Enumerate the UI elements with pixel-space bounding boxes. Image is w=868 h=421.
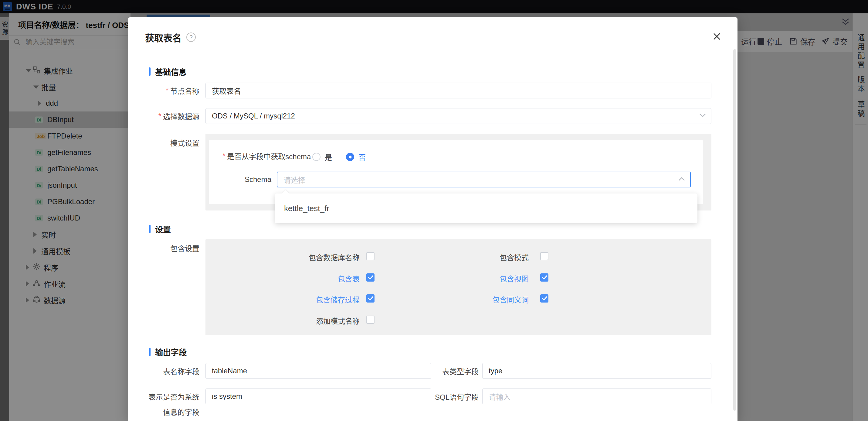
schema-dropdown: kettle_test_fr — [275, 194, 698, 223]
checkbox-label-添加模式名称: 添加模式名称 — [249, 315, 360, 326]
table-type-field-label: 表类型字段 — [407, 363, 478, 379]
table-name-field-label: 表名称字段 — [128, 363, 199, 379]
section-bar — [149, 67, 151, 76]
node-name-input[interactable]: 获取表名 — [206, 83, 711, 99]
checkbox-label-包含表: 包含表 — [249, 273, 360, 284]
dropdown-option-label: kettle_test_fr — [284, 204, 329, 213]
mode-settings-label: 模式设置 — [128, 138, 199, 147]
is-system-field-label-line1: 表示是否为系统 — [128, 389, 199, 404]
help-icon[interactable]: ? — [186, 32, 196, 42]
sql-field-label: SQL语句字段 — [407, 389, 478, 404]
schema-select[interactable]: 请选择 — [277, 172, 691, 188]
checkbox-label-包含数据库名称: 包含数据库名称 — [249, 252, 360, 262]
radio-yes-option[interactable]: 是 — [312, 151, 332, 162]
radio-no[interactable] — [346, 153, 354, 161]
node-name-label: *节点名称 — [128, 83, 199, 99]
include-settings-label: 包含设置 — [128, 243, 199, 252]
table-name-field-input[interactable]: tableName — [206, 363, 431, 379]
datasource-select[interactable]: ODS / MySQL / mysql212 — [206, 108, 711, 124]
checkbox-添加模式名称[interactable] — [366, 316, 374, 324]
datasource-value: ODS / MySQL / mysql212 — [212, 112, 295, 120]
section-settings: 设置 — [149, 223, 171, 234]
checkbox-包含数据库名称[interactable] — [366, 252, 374, 260]
schema-label: Schema — [209, 172, 271, 188]
chevron-down-icon — [699, 113, 706, 119]
section-basic-info: 基础信息 — [149, 66, 187, 77]
close-icon[interactable] — [712, 32, 721, 41]
checkbox-label-包含模式: 包含模式 — [432, 252, 529, 262]
dialog-title: 获取表名 — [145, 31, 182, 44]
checkbox-label-包含储存过程: 包含储存过程 — [249, 294, 360, 305]
checkbox-包含同义词[interactable] — [540, 294, 549, 303]
sql-field-input[interactable]: 请输入 — [482, 389, 711, 404]
radio-no-option[interactable]: 否 — [346, 151, 366, 162]
sql-field-placeholder: 请输入 — [489, 391, 510, 402]
node-name-value: 获取表名 — [212, 85, 241, 96]
datasource-label: *选择数据源 — [128, 108, 199, 124]
dropdown-option-kettle_test_fr[interactable]: kettle_test_fr — [275, 199, 698, 218]
section-title: 基础信息 — [155, 66, 187, 77]
is-system-field-label-line2: 信息的字段 — [128, 407, 199, 416]
radio-no-label: 否 — [359, 151, 366, 162]
modal-scrollbar[interactable] — [733, 49, 736, 411]
checkbox-label-包含视图: 包含视图 — [432, 273, 529, 284]
radio-yes[interactable] — [312, 153, 320, 161]
schema-placeholder: 请选择 — [283, 174, 305, 185]
checkbox-包含模式[interactable] — [540, 252, 549, 260]
section-output-fields: 输出字段 — [149, 346, 187, 358]
table-type-field-input[interactable]: type — [482, 363, 711, 379]
checkbox-label-包含同义词: 包含同义词 — [432, 294, 529, 305]
checkbox-包含储存过程[interactable] — [366, 294, 374, 303]
chevron-up-icon — [678, 176, 685, 183]
radio-yes-label: 是 — [325, 151, 332, 162]
is-system-field-input[interactable]: is system — [206, 389, 431, 404]
checkbox-包含视图[interactable] — [540, 273, 549, 282]
checkbox-包含表[interactable] — [366, 273, 374, 282]
